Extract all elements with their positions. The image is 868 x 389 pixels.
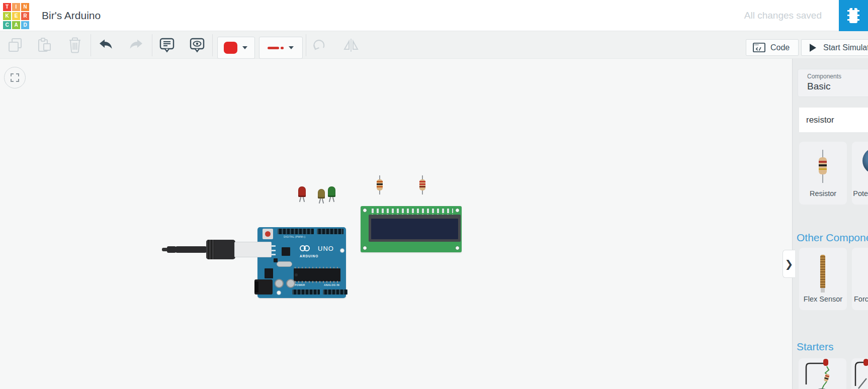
usb-plug-grip xyxy=(206,240,214,259)
analog-pin-header[interactable] xyxy=(323,289,348,295)
color-swatch-red xyxy=(224,42,237,54)
toggle-labels-button[interactable] xyxy=(186,35,208,55)
copy-button[interactable] xyxy=(5,35,27,55)
lcd-bezel xyxy=(369,215,461,242)
save-status: All changes saved xyxy=(744,0,822,31)
chevron-right-icon: ❯ xyxy=(785,258,794,269)
uno-label: UNO xyxy=(318,245,334,252)
starter-card-2[interactable] xyxy=(851,358,868,389)
notes-button[interactable] xyxy=(156,35,178,55)
analog-pins-label: ANALOG IN xyxy=(324,284,339,286)
components-label: Components xyxy=(807,73,868,80)
logo-tile: E xyxy=(12,12,20,20)
zoom-to-fit-icon xyxy=(11,73,19,82)
other-components-heading: Other Components xyxy=(797,232,868,244)
redo-icon xyxy=(129,39,144,52)
component-card-flex-sensor[interactable]: Flex Sensor xyxy=(799,248,847,310)
logo-tile: N xyxy=(21,3,29,11)
toolbar: Code Start Simulation xyxy=(0,31,868,59)
led-green-body xyxy=(328,186,335,197)
capacitor xyxy=(275,279,284,288)
lcd-16x2-display[interactable] xyxy=(361,206,462,252)
lcd-screen xyxy=(371,219,458,239)
mounting-hole xyxy=(455,246,460,250)
start-simulation-button[interactable]: Start Simulation xyxy=(801,39,868,56)
rotate-button[interactable] xyxy=(308,35,330,55)
starter-circuit-icon xyxy=(799,358,846,389)
component-card-resistor[interactable]: Resistor xyxy=(799,142,847,205)
mounting-hole xyxy=(277,290,281,295)
reset-button[interactable] xyxy=(263,229,273,239)
starters-heading: Starters xyxy=(797,341,834,353)
mirror-button[interactable] xyxy=(340,35,362,55)
components-category-value: Basic xyxy=(807,81,868,92)
sidebar-collapse-handle[interactable]: ❯ xyxy=(783,250,795,278)
usb-plug-shell[interactable] xyxy=(234,242,272,257)
power-jack xyxy=(254,279,273,295)
paste-button[interactable] xyxy=(33,35,55,55)
component-card-label: Potentiometer xyxy=(852,189,868,198)
paste-icon xyxy=(36,37,52,53)
power-pins-label: POWER xyxy=(295,284,305,286)
circuits-menu-button[interactable] xyxy=(839,0,868,31)
trash-icon xyxy=(66,37,83,54)
toolbar-separator xyxy=(306,34,306,56)
starter-card-1[interactable] xyxy=(799,358,846,389)
mounting-hole xyxy=(340,248,344,253)
logo-tile: K xyxy=(3,12,11,20)
led-yellow[interactable] xyxy=(318,189,326,205)
component-card-force-sensor[interactable]: Force Sensor xyxy=(852,248,868,310)
resistance-style-dropdown[interactable] xyxy=(259,37,303,59)
copy-icon xyxy=(8,37,24,53)
toolbar-separator xyxy=(91,34,91,56)
led-green[interactable] xyxy=(328,186,336,203)
components-category-dropdown[interactable]: Components Basic xyxy=(798,69,868,97)
mounting-hole xyxy=(363,246,367,250)
undo-icon xyxy=(98,39,113,52)
component-card-label: Flex Sensor xyxy=(799,295,847,303)
digital-pins-label: DIGITAL (PWM~) xyxy=(284,236,305,238)
notes-icon xyxy=(159,37,175,53)
component-color-dropdown[interactable] xyxy=(217,37,255,59)
potentiometer-icon xyxy=(862,148,868,174)
code-button[interactable]: Code xyxy=(746,39,799,56)
component-search-input[interactable] xyxy=(799,108,868,132)
delete-button[interactable] xyxy=(64,35,86,55)
flex-sensor-icon xyxy=(820,255,825,288)
usb-cable-wire[interactable] xyxy=(174,246,208,253)
logo-tile: R xyxy=(21,12,29,20)
resistor-component-1[interactable] xyxy=(376,175,383,194)
tinkercad-circuits-app: T I N K E R C A D Bir's Arduino All chan… xyxy=(0,0,868,389)
digital-pin-header[interactable] xyxy=(278,229,314,234)
arduino-brand-label: ARDUINO xyxy=(300,254,318,258)
design-title[interactable]: Bir's Arduino xyxy=(42,0,101,31)
lcd-pin-row[interactable] xyxy=(372,209,453,213)
voltage-regulator xyxy=(265,268,273,278)
atmega-chip xyxy=(294,268,340,281)
label-visibility-icon xyxy=(189,37,205,53)
component-card-potentiometer[interactable]: Potentiometer xyxy=(852,142,868,205)
led-red[interactable] xyxy=(298,186,306,203)
chevron-down-icon xyxy=(242,46,247,49)
chip-icon xyxy=(847,8,859,24)
circuit-canvas[interactable]: DIGITAL (PWM~) UNO ARDUINO PO xyxy=(0,59,868,389)
usb-plug-body[interactable] xyxy=(206,240,235,259)
logo-tile: I xyxy=(12,3,20,11)
top-bar: T I N K E R C A D Bir's Arduino All chan… xyxy=(0,0,868,31)
arduino-uno-board[interactable]: DIGITAL (PWM~) UNO ARDUINO PO xyxy=(257,227,346,298)
component-card-label: Resistor xyxy=(799,189,847,198)
zoom-to-fit-button[interactable] xyxy=(4,67,26,88)
mounting-hole xyxy=(363,208,367,213)
starter-circuit-icon xyxy=(851,358,868,389)
redo-button[interactable] xyxy=(125,35,147,55)
usb-interface-chip xyxy=(282,247,290,256)
logo-tile: T xyxy=(3,3,11,11)
tinkercad-logo[interactable]: T I N K E R C A D xyxy=(3,3,30,30)
led-red-body xyxy=(298,186,306,197)
play-icon xyxy=(810,44,816,52)
power-pin-header[interactable] xyxy=(292,289,320,295)
undo-button[interactable] xyxy=(95,35,117,55)
digital-pin-header[interactable] xyxy=(317,229,343,234)
resistor-component-2[interactable] xyxy=(419,175,426,194)
toolbar-separator xyxy=(152,34,152,56)
